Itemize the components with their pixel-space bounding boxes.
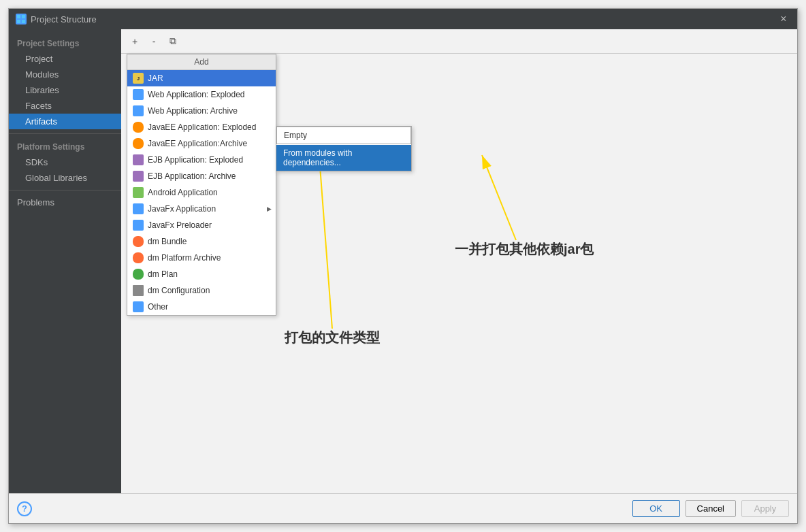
menu-item-web-archive[interactable]: Web Application: Archive xyxy=(127,103,276,119)
sidebar-item-problems[interactable]: Problems xyxy=(9,195,121,210)
menu-item-javafx-preloader[interactable]: JavaFx Preloader xyxy=(127,217,276,233)
menu-item-javafx-app[interactable]: JavaFx Application Empty From modules wi… xyxy=(127,201,276,217)
menu-item-dm-platform[interactable]: dm Platform Archive xyxy=(127,250,276,266)
ejb-icon-1 xyxy=(133,154,144,165)
add-button[interactable]: + xyxy=(127,33,143,50)
platform-settings-label: Platform Settings xyxy=(9,138,121,154)
ok-button[interactable]: OK xyxy=(632,500,680,517)
toolbar: + - ⧉ xyxy=(121,29,797,54)
svg-rect-0 xyxy=(17,15,20,18)
menu-item-dm-config[interactable]: dm Configuration xyxy=(127,282,276,299)
annotation-include-deps: 一并打包其他依赖jar包 xyxy=(455,240,594,259)
sidebar-item-global-libraries[interactable]: Global Libraries xyxy=(9,170,121,186)
sidebar-item-libraries[interactable]: Libraries xyxy=(9,82,121,98)
menu-item-web-exploded[interactable]: Web Application: Exploded xyxy=(127,86,276,103)
close-button[interactable]: × xyxy=(777,12,790,26)
annotation-packaging-type: 打包的文件类型 xyxy=(285,329,380,347)
svg-rect-1 xyxy=(22,15,25,18)
javaee-icon-1 xyxy=(133,122,144,133)
app-icon xyxy=(16,14,27,24)
submenu-empty[interactable]: Empty xyxy=(276,127,411,144)
project-settings-label: Project Settings xyxy=(9,35,121,51)
svg-line-7 xyxy=(482,155,516,240)
bottom-bar: ? OK Cancel Apply xyxy=(9,493,797,523)
dialog-title: Project Structure xyxy=(31,14,97,24)
menu-item-jar[interactable]: J JAR xyxy=(127,70,276,86)
javafx-icon-1 xyxy=(133,203,144,214)
dm-plan-icon xyxy=(133,269,144,280)
svg-line-6 xyxy=(319,148,332,329)
main-content: Project Settings Project Modules Librari… xyxy=(9,29,797,493)
javafx-icon-2 xyxy=(133,220,144,231)
menu-item-javaee-archive[interactable]: JavaEE Application:Archive xyxy=(127,135,276,152)
svg-rect-3 xyxy=(22,20,25,23)
remove-button[interactable]: - xyxy=(146,33,162,50)
sidebar: Project Settings Project Modules Librari… xyxy=(9,29,121,493)
sidebar-item-sdks[interactable]: SDKs xyxy=(9,154,121,170)
submenu-from-modules[interactable]: From modules with dependencies... xyxy=(276,145,411,171)
menu-item-dm-bundle[interactable]: dm Bundle xyxy=(127,233,276,250)
bottom-left: ? xyxy=(17,501,32,516)
dropdown-header: Add xyxy=(127,54,276,70)
sidebar-divider xyxy=(9,133,121,134)
help-button[interactable]: ? xyxy=(17,501,32,516)
sidebar-divider-2 xyxy=(9,190,121,190)
jar-submenu: Empty From modules with dependencies... xyxy=(276,126,412,171)
sidebar-item-modules[interactable]: Modules xyxy=(9,67,121,82)
dm-config-icon xyxy=(133,285,144,296)
title-bar: Project Structure × xyxy=(9,9,797,29)
ejb-icon-2 xyxy=(133,171,144,182)
add-dropdown-menu: Add J JAR Web Application: Exploded Web … xyxy=(127,54,276,316)
content-area: + - ⧉ Add J JAR Web Application: Explode… xyxy=(121,29,797,493)
menu-item-android[interactable]: Android Application xyxy=(127,184,276,201)
javaee-icon-2 xyxy=(133,138,144,149)
android-icon xyxy=(133,187,144,198)
cancel-button[interactable]: Cancel xyxy=(686,500,736,517)
title-bar-left: Project Structure xyxy=(16,14,97,24)
sidebar-item-artifacts[interactable]: Artifacts xyxy=(9,114,121,129)
other-icon xyxy=(133,301,144,312)
copy-button[interactable]: ⧉ xyxy=(165,33,181,50)
bottom-right: OK Cancel Apply xyxy=(632,500,789,517)
apply-button[interactable]: Apply xyxy=(741,500,789,517)
svg-rect-2 xyxy=(17,20,20,23)
web-icon-2 xyxy=(133,105,144,116)
web-icon-1 xyxy=(133,89,144,100)
add-dropdown-container: Add J JAR Web Application: Exploded Web … xyxy=(127,54,276,316)
dm-icon-2 xyxy=(133,252,144,263)
menu-item-dm-plan[interactable]: dm Plan xyxy=(127,266,276,282)
jar-icon: J xyxy=(133,73,144,84)
dm-icon-1 xyxy=(133,236,144,247)
project-structure-dialog: Project Structure × Project Settings Pro… xyxy=(8,8,798,524)
menu-item-other[interactable]: Other xyxy=(127,299,276,315)
sidebar-item-facets[interactable]: Facets xyxy=(9,98,121,114)
menu-item-ejb-exploded[interactable]: EJB Application: Exploded xyxy=(127,152,276,168)
menu-item-ejb-archive[interactable]: EJB Application: Archive xyxy=(127,168,276,184)
sidebar-item-project[interactable]: Project xyxy=(9,51,121,67)
menu-item-javaee-exploded[interactable]: JavaEE Application: Exploded xyxy=(127,119,276,135)
